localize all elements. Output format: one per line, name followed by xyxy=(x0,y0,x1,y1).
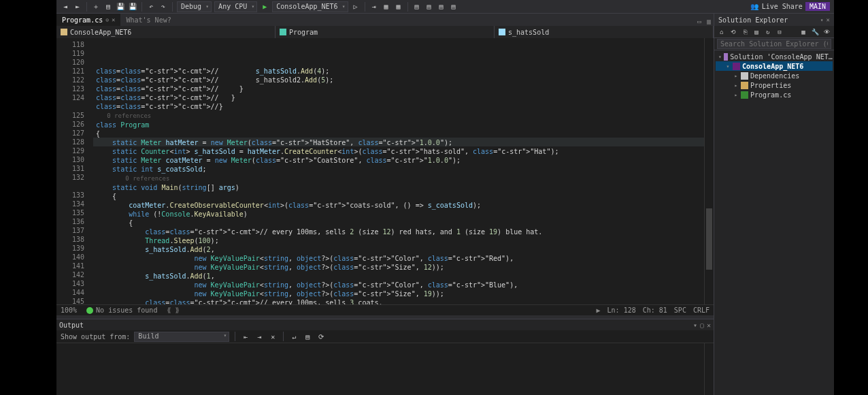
sx-title-label: Solution Explorer xyxy=(718,16,788,24)
tool6-icon[interactable]: ▤ xyxy=(449,2,458,12)
sx-refresh-icon[interactable]: ↻ xyxy=(763,27,773,37)
liveshare-icon[interactable]: 👥 xyxy=(750,2,759,12)
saveall-icon[interactable]: 💾 xyxy=(128,2,137,12)
window-split-icon[interactable]: ▥ xyxy=(704,16,714,26)
tool-icon[interactable]: ▦ xyxy=(382,2,391,12)
navigation-bar: ConsoleApp_NET6 Program s_hatsSold xyxy=(56,26,714,38)
sx-close-icon[interactable]: ✕ xyxy=(827,16,830,23)
output-panel: Output ▾ ▢ ✕ Show output from: Build ⇤ ⇥… xyxy=(56,319,714,395)
out-wrap-icon[interactable]: ↵ xyxy=(289,332,299,341)
save-icon[interactable]: 💾 xyxy=(116,2,125,12)
out-tool-icon[interactable]: ⟳ xyxy=(316,332,326,341)
csharp-file-icon xyxy=(741,91,748,99)
nav-member[interactable]: s_hatsSold xyxy=(495,26,714,38)
properties-icon xyxy=(741,82,748,89)
tab-label: Program.cs xyxy=(62,16,103,24)
class-icon xyxy=(280,29,286,35)
sx-view-icon[interactable]: ▤ xyxy=(752,27,761,37)
sx-solution-node[interactable]: ▾Solution 'ConsoleApp_NET6' (1 of 1 proj… xyxy=(716,52,833,61)
output-scrollbar[interactable] xyxy=(704,343,714,395)
platform-combo[interactable]: Any CPU xyxy=(214,1,257,12)
project-icon xyxy=(733,63,740,70)
sx-prop-icon[interactable]: 🔧 xyxy=(810,27,820,37)
pin-icon[interactable]: ⊙ xyxy=(105,17,109,23)
issues-label[interactable]: No issues found xyxy=(96,306,157,314)
indent-label[interactable]: SPC xyxy=(674,306,686,314)
tool2-icon[interactable]: ▦ xyxy=(394,2,403,12)
check-icon xyxy=(86,307,93,314)
panel-pin-icon[interactable]: ▢ xyxy=(700,321,704,329)
ide-window: ◄ ► ＋ ▤ 💾 💾 ↶ ↷ Debug Any CPU ▶ ConsoleA… xyxy=(56,0,834,395)
out-next-icon[interactable]: ⇥ xyxy=(254,332,264,341)
tool5-icon[interactable]: ▤ xyxy=(437,2,446,12)
dependencies-icon xyxy=(741,72,748,80)
sx-tree[interactable]: ▾Solution 'ConsoleApp_NET6' (1 of 1 proj… xyxy=(714,50,834,395)
solution-explorer: Solution Explorer ▾ ✕ ⌂ ⟲ ⎘ ▤ ↻ ⊟ ▦ 🔧 👁 xyxy=(714,14,834,395)
main-toolbar: ◄ ► ＋ ▤ 💾 💾 ↶ ↷ Debug Any CPU ▶ ConsoleA… xyxy=(56,0,834,14)
eol-label[interactable]: CRLF xyxy=(693,306,710,314)
line-number-gutter: 118119120121122123124 125126127128129130… xyxy=(56,38,86,304)
caret-pos-nav[interactable]: ▶ xyxy=(597,306,601,314)
ln-label[interactable]: Ln: 128 xyxy=(607,306,636,314)
sx-project-node[interactable]: ▾ConsoleApp_NET6 xyxy=(716,61,833,71)
step-icon[interactable]: ⇥ xyxy=(369,2,379,12)
code-surface[interactable]: class=class="c-str">"c-cmt">// s_hatsSol… xyxy=(93,38,704,304)
out-clear-icon[interactable]: ✕ xyxy=(268,332,278,341)
sx-preview-icon[interactable]: 👁 xyxy=(822,27,831,37)
nav-back-icon[interactable]: ◄ xyxy=(61,2,70,12)
out-prev-icon[interactable]: ⇤ xyxy=(241,332,250,341)
nav-fwd-icon[interactable]: ► xyxy=(73,2,82,12)
sx-collapse-icon[interactable]: ⊟ xyxy=(775,27,784,37)
start-icon[interactable]: ▶ xyxy=(260,2,269,12)
sx-showall-icon[interactable]: ▦ xyxy=(799,27,808,37)
nav-class[interactable]: Program xyxy=(276,26,495,38)
output-source-combo[interactable]: Build xyxy=(134,332,229,342)
output-text[interactable] xyxy=(56,343,714,395)
account-badge[interactable]: MAIN xyxy=(805,2,830,11)
outlining-margin[interactable] xyxy=(86,38,93,304)
undo-icon[interactable]: ↶ xyxy=(146,2,156,12)
sx-pin-icon[interactable]: ⎘ xyxy=(740,27,750,37)
tab-whatsnew[interactable]: What's New? xyxy=(120,14,176,26)
solution-icon xyxy=(724,53,728,61)
sx-home-icon[interactable]: ⌂ xyxy=(717,27,727,37)
panel-close-icon[interactable]: ✕ xyxy=(707,321,711,329)
tool3-icon[interactable]: ▤ xyxy=(412,2,422,12)
sx-sync-icon[interactable]: ⟲ xyxy=(729,27,738,37)
redo-icon[interactable]: ↷ xyxy=(158,2,168,12)
field-icon xyxy=(499,29,505,35)
open-icon[interactable]: ▤ xyxy=(103,2,113,12)
start-noattach-icon[interactable]: ▷ xyxy=(351,2,361,12)
editor-status-bar: 100% No issues found ⟪ ⟫ ▶ Ln: 128 Ch: 8… xyxy=(56,304,714,315)
tab-program-cs[interactable]: Program.cs ⊙ ✕ xyxy=(56,14,120,26)
out-copy-icon[interactable]: ▤ xyxy=(303,332,312,341)
tool4-icon[interactable]: ▤ xyxy=(424,2,434,12)
panel-dropdown-icon[interactable]: ▾ xyxy=(693,321,697,329)
show-output-label: Show output from: xyxy=(61,333,130,341)
error-nav-icon[interactable]: ⟪ ⟫ xyxy=(167,306,179,314)
namespace-icon xyxy=(61,29,67,35)
preview-icon[interactable]: ▭ xyxy=(695,16,704,26)
zoom-level[interactable]: 100% xyxy=(61,306,77,314)
sx-drop-icon[interactable]: ▾ xyxy=(820,17,824,23)
startup-combo[interactable]: ConsoleApp_NET6 xyxy=(272,1,348,12)
sx-properties-node[interactable]: ▸Properties xyxy=(716,80,833,90)
code-editor[interactable]: 118119120121122123124 125126127128129130… xyxy=(56,38,714,304)
sx-program-cs-node[interactable]: ▸Program.cs xyxy=(716,90,833,99)
tab-label: What's New? xyxy=(126,16,171,24)
new-icon[interactable]: ＋ xyxy=(91,2,101,12)
close-icon[interactable]: ✕ xyxy=(112,16,115,23)
document-tab-well: Program.cs ⊙ ✕ What's New? ▭ ▥ xyxy=(56,14,714,26)
config-combo[interactable]: Debug xyxy=(177,1,212,12)
editor-scrollbar[interactable] xyxy=(704,38,714,304)
sx-toolbar: ⌂ ⟲ ⎘ ▤ ↻ ⊟ ▦ 🔧 👁 xyxy=(714,26,834,38)
liveshare-label[interactable]: Live Share xyxy=(762,3,803,10)
sx-search-input[interactable] xyxy=(717,39,831,49)
nav-namespace[interactable]: ConsoleApp_NET6 xyxy=(56,26,276,38)
sx-dependencies-node[interactable]: ▸Dependencies xyxy=(716,71,833,80)
output-title[interactable]: Output xyxy=(59,321,84,329)
ch-label[interactable]: Ch: 81 xyxy=(643,306,667,314)
